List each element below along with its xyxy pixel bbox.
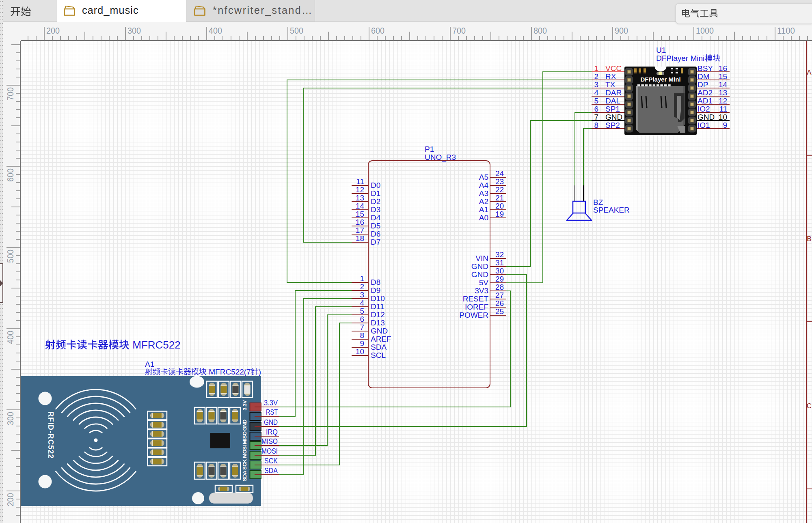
svg-text:IO1: IO1 xyxy=(698,121,710,129)
svg-text:12: 12 xyxy=(356,185,364,194)
svg-text:D10: D10 xyxy=(371,294,385,303)
svg-text:MFRC522: MFRC522 xyxy=(130,339,181,351)
svg-text:19: 19 xyxy=(495,210,504,218)
svg-text:VCC: VCC xyxy=(605,64,622,73)
svg-text:TX: TX xyxy=(605,80,615,89)
svg-text:DP: DP xyxy=(698,80,708,89)
svg-text:AD1: AD1 xyxy=(698,97,713,105)
svg-text:900: 900 xyxy=(615,26,628,36)
svg-text:GND: GND xyxy=(242,420,248,431)
svg-text:D5: D5 xyxy=(371,222,380,230)
svg-text:6: 6 xyxy=(594,105,598,113)
svg-text:30: 30 xyxy=(495,267,504,275)
svg-text:5V: 5V xyxy=(479,278,489,287)
svg-text:SPEAKER: SPEAKER xyxy=(593,206,630,214)
svg-text:11: 11 xyxy=(356,177,364,186)
svg-text:7: 7 xyxy=(594,113,598,121)
svg-text:12: 12 xyxy=(719,97,727,105)
svg-text:D4: D4 xyxy=(371,213,381,222)
svg-text:MISO: MISO xyxy=(261,437,278,446)
svg-text:400: 400 xyxy=(209,26,222,36)
svg-text:28: 28 xyxy=(495,283,504,291)
svg-text:SP1: SP1 xyxy=(605,105,620,113)
svg-text:B: B xyxy=(807,235,811,243)
svg-text:9: 9 xyxy=(360,339,364,348)
svg-text:24: 24 xyxy=(495,169,504,178)
svg-text:): ) xyxy=(259,368,261,376)
svg-text:200: 200 xyxy=(46,26,60,36)
svg-text:GND: GND xyxy=(264,418,278,426)
svg-text:1: 1 xyxy=(360,274,364,283)
svg-text:10: 10 xyxy=(356,347,364,356)
svg-text:A5: A5 xyxy=(479,173,488,181)
svg-text:1000: 1000 xyxy=(696,26,714,36)
svg-text:D0: D0 xyxy=(371,181,380,189)
svg-text:800: 800 xyxy=(533,26,547,36)
svg-text:D11: D11 xyxy=(371,302,384,311)
svg-text:2: 2 xyxy=(594,72,598,81)
svg-text:300: 300 xyxy=(5,412,15,425)
svg-text:25: 25 xyxy=(495,307,504,316)
svg-text:MFRC522(7: MFRC522(7 xyxy=(207,368,251,376)
svg-text:D2: D2 xyxy=(371,197,380,206)
svg-text:D6: D6 xyxy=(371,230,380,238)
svg-text:D9: D9 xyxy=(371,286,380,295)
svg-text:6: 6 xyxy=(360,315,364,323)
svg-text:DM: DM xyxy=(698,72,710,81)
svg-text:5: 5 xyxy=(360,307,364,315)
svg-text:SCK: SCK xyxy=(264,456,278,465)
svg-text:18: 18 xyxy=(356,234,364,243)
svg-text:31: 31 xyxy=(495,258,504,267)
svg-text:600: 600 xyxy=(371,26,384,36)
svg-text:29: 29 xyxy=(495,275,504,283)
svg-text:IRQ: IRQ xyxy=(266,428,278,436)
svg-text:U1: U1 xyxy=(656,46,666,54)
svg-text:GND: GND xyxy=(698,113,715,121)
svg-text:D8: D8 xyxy=(371,278,380,286)
svg-text:500: 500 xyxy=(290,26,303,36)
svg-text:GND: GND xyxy=(471,262,488,271)
svg-text:GND: GND xyxy=(371,327,388,335)
svg-text:RX: RX xyxy=(605,72,616,81)
svg-text:4: 4 xyxy=(594,88,598,97)
svg-text:400: 400 xyxy=(5,331,15,344)
svg-text:3: 3 xyxy=(360,291,364,299)
svg-text:700: 700 xyxy=(452,26,466,36)
svg-text:RST: RST xyxy=(266,408,278,416)
svg-text:27: 27 xyxy=(495,291,504,299)
svg-text:MOSI: MOSI xyxy=(261,447,278,455)
svg-text:1100: 1100 xyxy=(777,26,795,36)
svg-text:11: 11 xyxy=(719,105,727,113)
svg-text:10: 10 xyxy=(719,113,727,121)
svg-text:C: C xyxy=(807,402,812,410)
svg-text:2: 2 xyxy=(360,282,364,291)
svg-text:POWER: POWER xyxy=(459,311,488,319)
svg-text:23: 23 xyxy=(495,177,504,186)
svg-text:SDA: SDA xyxy=(264,466,278,475)
svg-text:BZ: BZ xyxy=(593,198,603,207)
svg-text:13: 13 xyxy=(719,88,727,97)
svg-text:A3: A3 xyxy=(479,189,488,198)
svg-text:26: 26 xyxy=(495,299,504,308)
svg-text:3: 3 xyxy=(594,80,598,89)
svg-text:4: 4 xyxy=(360,299,364,307)
svg-text:3V3: 3V3 xyxy=(475,286,488,295)
svg-text:D3: D3 xyxy=(371,205,380,214)
svg-text:BSY: BSY xyxy=(698,64,713,73)
svg-text:RFID-RC522: RFID-RC522 xyxy=(47,411,55,459)
svg-text:A2: A2 xyxy=(479,197,488,206)
svg-text:A: A xyxy=(807,69,812,76)
svg-text:P1: P1 xyxy=(425,145,434,153)
svg-text:MOSI: MOSI xyxy=(242,445,248,458)
svg-text:500: 500 xyxy=(5,250,15,263)
svg-text:3.3V: 3.3V xyxy=(242,400,248,411)
svg-text:SDA: SDA xyxy=(242,470,248,481)
svg-text:D1: D1 xyxy=(371,189,380,198)
svg-text:DFPlayer Mini: DFPlayer Mini xyxy=(656,54,704,62)
svg-text:GND: GND xyxy=(605,113,622,121)
svg-text:D7: D7 xyxy=(371,238,380,246)
svg-text:AREF: AREF xyxy=(371,335,391,343)
svg-text:IOREF: IOREF xyxy=(465,303,488,311)
svg-text:AD2: AD2 xyxy=(698,88,713,97)
svg-text:14: 14 xyxy=(719,80,728,89)
